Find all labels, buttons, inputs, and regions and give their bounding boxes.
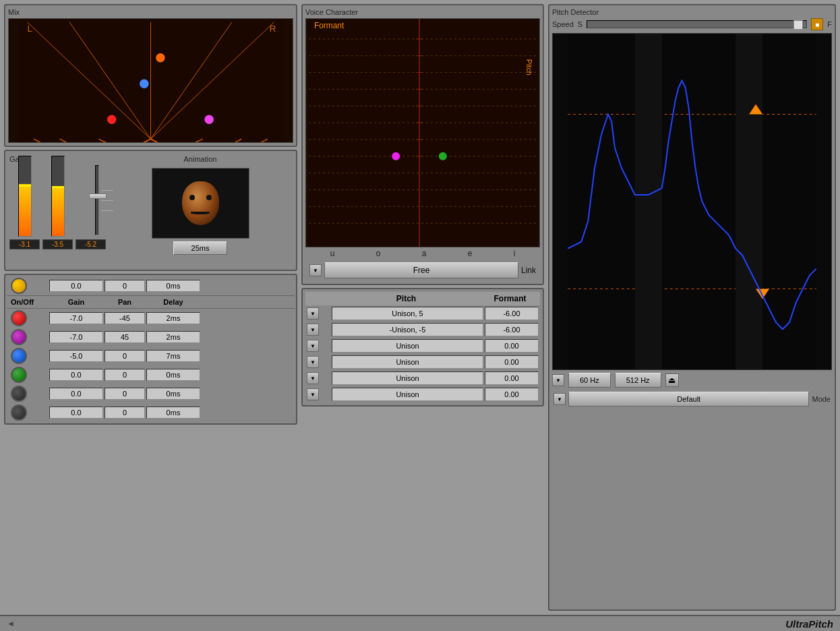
master-pan-input[interactable]: 0 [104, 280, 145, 292]
led-1[interactable] [11, 310, 27, 326]
middle-panel: Voice Character [301, 4, 544, 611]
pan-5[interactable]: 0 [104, 388, 145, 400]
pf-arrow-1[interactable]: ▼ [307, 307, 319, 320]
voice-row-1: -7.0 -45 2ms [7, 309, 295, 328]
pan-3[interactable]: 0 [104, 350, 145, 362]
led-6[interactable] [11, 404, 27, 421]
speed-row: Speed S ■ F [552, 18, 832, 30]
pitch-detector-label: Pitch Detector [552, 8, 832, 16]
formant-3[interactable]: 0.00 [485, 339, 539, 353]
free-dropdown-arrow[interactable]: ▼ [309, 264, 322, 276]
pitch-3[interactable]: Unison [332, 339, 483, 353]
mode-dropdown-arrow[interactable]: ▼ [553, 393, 566, 405]
bottom-bar: ◄ UltraPitch [0, 615, 840, 631]
formant-5[interactable]: 0.00 [485, 371, 539, 385]
pf-row-6: ▼ Unison 0.00 [305, 386, 540, 402]
animation-label: Animation [184, 155, 217, 163]
speed-lock-icon[interactable]: ■ [811, 18, 823, 30]
svg-point-8 [156, 53, 164, 62]
led-4[interactable] [11, 367, 27, 383]
svg-rect-12 [309, 19, 537, 247]
speed-slider-track[interactable] [587, 20, 807, 28]
gain-1[interactable]: -7.0 [49, 312, 103, 324]
pf-arrow-6[interactable]: ▼ [307, 388, 319, 400]
delay-6[interactable]: 0ms [146, 407, 200, 419]
delay-3[interactable]: 7ms [146, 350, 200, 362]
gain-4[interactable]: 0.0 [49, 369, 103, 381]
led-3[interactable] [11, 348, 27, 364]
gain-2[interactable]: -7.0 [49, 331, 103, 343]
pitch-formant-table: Pitch Formant ▼ Unison, 5 -6.00 ▼ -Uniso… [301, 288, 544, 407]
pf-arrow-4[interactable]: ▼ [307, 356, 319, 368]
eject-icon[interactable]: ⏏ [665, 373, 679, 387]
formant-2[interactable]: -6.00 [485, 323, 539, 336]
svg-text:L: L [28, 24, 33, 34]
led-2[interactable] [11, 329, 27, 345]
animation-delay-btn[interactable]: 25ms [173, 241, 227, 255]
speed-slider-thumb[interactable] [793, 20, 803, 30]
formant-4[interactable]: 0.00 [485, 355, 539, 369]
pf-row-4: ▼ Unison 0.00 [305, 354, 540, 370]
formant-header: Formant [481, 294, 539, 303]
hz-high-btn[interactable]: 512 Hz [615, 373, 661, 388]
master-delay-input[interactable]: 0ms [146, 280, 200, 292]
default-btn[interactable]: Default [568, 392, 809, 407]
voice-controls-top: 0.0 0 0ms [7, 276, 295, 295]
delay-1[interactable]: 2ms [146, 312, 200, 324]
animation-section: Animation 25ms [109, 155, 292, 266]
pf-arrow-3[interactable]: ▼ [307, 340, 319, 352]
fader2-value: -3.5 [42, 239, 73, 249]
delay-2[interactable]: 2ms [146, 331, 200, 343]
pan-2[interactable]: 45 [104, 331, 145, 343]
pan-6[interactable]: 0 [104, 407, 145, 419]
formant-6[interactable]: 0.00 [485, 388, 539, 401]
pan-4[interactable]: 0 [104, 369, 145, 381]
voice-char-section: Voice Character [301, 4, 544, 285]
gain-animation-row: Gain -3.1 [4, 150, 297, 271]
led-master[interactable] [11, 278, 27, 294]
pitch-detector-display [552, 33, 832, 370]
svg-text:Pitch: Pitch [525, 59, 533, 76]
pitch-1[interactable]: Unison, 5 [332, 307, 483, 320]
svg-point-9 [140, 80, 148, 88]
vowel-u: u [330, 249, 335, 258]
gain-3[interactable]: -5.0 [49, 350, 103, 362]
svg-rect-41 [635, 34, 662, 369]
header-delay: Delay [146, 298, 200, 306]
fader1-value: -3.1 [9, 239, 40, 249]
speed-f-label: F [827, 20, 832, 28]
pf-header-row: Pitch Formant [305, 292, 540, 305]
vowel-labels: u o a e i [305, 247, 540, 260]
pf-row-5: ▼ Unison 0.00 [305, 370, 540, 386]
voice-table-header: On/Off Gain Pan Delay [7, 295, 295, 309]
hz-dropdown-arrow[interactable]: ▼ [552, 374, 564, 386]
pf-arrow-5[interactable]: ▼ [307, 372, 319, 384]
pitch-6[interactable]: Unison [332, 388, 483, 401]
free-btn[interactable]: Free [324, 262, 518, 278]
vowel-o: o [376, 249, 381, 258]
pitch-2[interactable]: -Unison, -5 [332, 323, 483, 336]
formant-1[interactable]: -6.00 [485, 307, 539, 320]
svg-point-11 [204, 115, 213, 124]
voice-row-3: -5.0 0 7ms [7, 347, 295, 365]
fader3-value: -5.2 [76, 239, 106, 249]
delay-4[interactable]: 0ms [146, 369, 200, 381]
hz-low-btn[interactable]: 60 Hz [568, 373, 611, 388]
delay-5[interactable]: 0ms [146, 388, 200, 400]
voice-char-label: Voice Character [305, 8, 540, 16]
pitch-detector-section: Pitch Detector Speed S ■ F [548, 4, 836, 611]
gain-6[interactable]: 0.0 [49, 407, 103, 419]
svg-rect-42 [736, 34, 762, 369]
scroll-left-arrow[interactable]: ◄ [7, 619, 15, 628]
pf-arrow-2[interactable]: ▼ [307, 324, 319, 336]
voice-row-6: 0.0 0 0ms [7, 403, 295, 422]
led-5[interactable] [11, 386, 27, 402]
speed-s-label: S [578, 20, 582, 28]
vowel-a: a [422, 249, 427, 258]
pan-1[interactable]: -45 [104, 312, 145, 324]
master-gain-input[interactable]: 0.0 [49, 280, 103, 292]
gain-5[interactable]: 0.0 [49, 388, 103, 400]
mix-display: L R [8, 18, 293, 143]
pitch-5[interactable]: Unison [332, 371, 483, 385]
pitch-4[interactable]: Unison [332, 355, 483, 369]
